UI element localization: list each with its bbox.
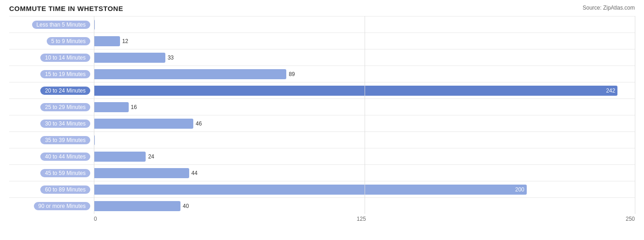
bar-value: 242 bbox=[606, 87, 615, 94]
bar-label-pill: 10 to 14 Minutes bbox=[40, 54, 90, 62]
chart-container: COMMUTE TIME IN WHETSTONE Source: ZipAtl… bbox=[0, 0, 644, 240]
bar-label: 25 to 29 Minutes bbox=[9, 103, 94, 111]
bar bbox=[94, 20, 95, 30]
bar-label-pill: 30 to 34 Minutes bbox=[40, 120, 90, 128]
table-row: 45 to 59 Minutes44 bbox=[9, 164, 635, 181]
table-row: 20 to 24 Minutes242 bbox=[9, 82, 635, 98]
bar-value: 89 bbox=[289, 71, 295, 77]
bar-value: 40 bbox=[183, 203, 189, 209]
bar-area: 44 bbox=[94, 168, 635, 178]
x-axis: 0125250 bbox=[9, 216, 635, 222]
bar bbox=[94, 201, 180, 211]
bar-label-pill: 90 or more Minutes bbox=[34, 202, 90, 210]
bar-label-pill: 25 to 29 Minutes bbox=[40, 103, 90, 111]
bar-label: 90 or more Minutes bbox=[9, 202, 94, 210]
x-axis-label: 250 bbox=[626, 216, 635, 222]
bar-label-pill: 15 to 19 Minutes bbox=[40, 70, 90, 78]
bar-label-pill: 20 to 24 Minutes bbox=[40, 87, 90, 95]
bar bbox=[94, 69, 286, 79]
table-row: 90 or more Minutes40 bbox=[9, 197, 635, 214]
x-axis-labels: 0125250 bbox=[94, 216, 635, 222]
bar-label: 15 to 19 Minutes bbox=[9, 70, 94, 78]
bar-label: 35 to 39 Minutes bbox=[9, 136, 94, 144]
bar-area: 89 bbox=[94, 69, 635, 79]
bar-area: 33 bbox=[94, 53, 635, 63]
bar-area: 40 bbox=[94, 201, 635, 211]
bar-value: 46 bbox=[196, 120, 202, 127]
bar-value: 33 bbox=[168, 55, 174, 61]
chart-title: COMMUTE TIME IN WHETSTONE bbox=[9, 5, 123, 12]
bar bbox=[94, 152, 146, 162]
bar-label-pill: 35 to 39 Minutes bbox=[40, 136, 90, 144]
bar: 200 bbox=[94, 185, 527, 195]
bar-label-pill: 40 to 44 Minutes bbox=[40, 153, 90, 161]
bar-label-pill: 60 to 89 Minutes bbox=[40, 185, 90, 194]
bar-label: 30 to 34 Minutes bbox=[9, 120, 94, 128]
gridline bbox=[635, 16, 635, 214]
bar-label: 60 to 89 Minutes bbox=[9, 185, 94, 194]
table-row: 25 to 29 Minutes16 bbox=[9, 98, 635, 115]
bar bbox=[94, 36, 120, 46]
bar-area: 16 bbox=[94, 102, 635, 112]
bar-area bbox=[94, 135, 635, 145]
bar bbox=[94, 102, 129, 112]
bar-label-pill: 5 to 9 Minutes bbox=[47, 37, 90, 45]
bar-label: 40 to 44 Minutes bbox=[9, 153, 94, 161]
x-axis-label: 125 bbox=[357, 216, 366, 222]
bar-label-pill: 45 to 59 Minutes bbox=[40, 169, 90, 177]
table-row: Less than 5 Minutes bbox=[9, 16, 635, 33]
table-row: 40 to 44 Minutes24 bbox=[9, 148, 635, 164]
table-row: 10 to 14 Minutes33 bbox=[9, 49, 635, 65]
bar-area bbox=[94, 20, 635, 30]
bar-label: 10 to 14 Minutes bbox=[9, 54, 94, 62]
chart-source: Source: ZipAtlas.com bbox=[583, 5, 635, 11]
bar-area: 242 bbox=[94, 86, 635, 96]
bar bbox=[94, 119, 193, 129]
bar bbox=[94, 53, 165, 63]
bar-label: Less than 5 Minutes bbox=[9, 21, 94, 29]
bar-label: 5 to 9 Minutes bbox=[9, 37, 94, 45]
bar-label-pill: Less than 5 Minutes bbox=[32, 21, 90, 29]
bar-value: 24 bbox=[148, 153, 154, 160]
chart-header: COMMUTE TIME IN WHETSTONE Source: ZipAtl… bbox=[9, 5, 635, 12]
table-row: 60 to 89 Minutes200 bbox=[9, 181, 635, 197]
table-row: 15 to 19 Minutes89 bbox=[9, 65, 635, 82]
table-row: 5 to 9 Minutes12 bbox=[9, 33, 635, 49]
chart-body: Less than 5 Minutes5 to 9 Minutes1210 to… bbox=[9, 16, 635, 214]
table-row: 35 to 39 Minutes bbox=[9, 131, 635, 148]
bar-area: 200 bbox=[94, 185, 635, 195]
bar-value: 200 bbox=[515, 186, 524, 193]
x-axis-label: 0 bbox=[94, 216, 97, 222]
bar: 242 bbox=[94, 86, 617, 96]
bar-area: 24 bbox=[94, 152, 635, 162]
bar-label: 45 to 59 Minutes bbox=[9, 169, 94, 177]
table-row: 30 to 34 Minutes46 bbox=[9, 115, 635, 131]
bar-area: 46 bbox=[94, 119, 635, 129]
bar-value: 16 bbox=[131, 104, 137, 110]
bar-value: 44 bbox=[191, 170, 197, 176]
bar-label: 20 to 24 Minutes bbox=[9, 87, 94, 95]
bar bbox=[94, 135, 95, 145]
bar-area: 12 bbox=[94, 36, 635, 46]
bar bbox=[94, 168, 189, 178]
bar-value: 12 bbox=[122, 38, 128, 44]
